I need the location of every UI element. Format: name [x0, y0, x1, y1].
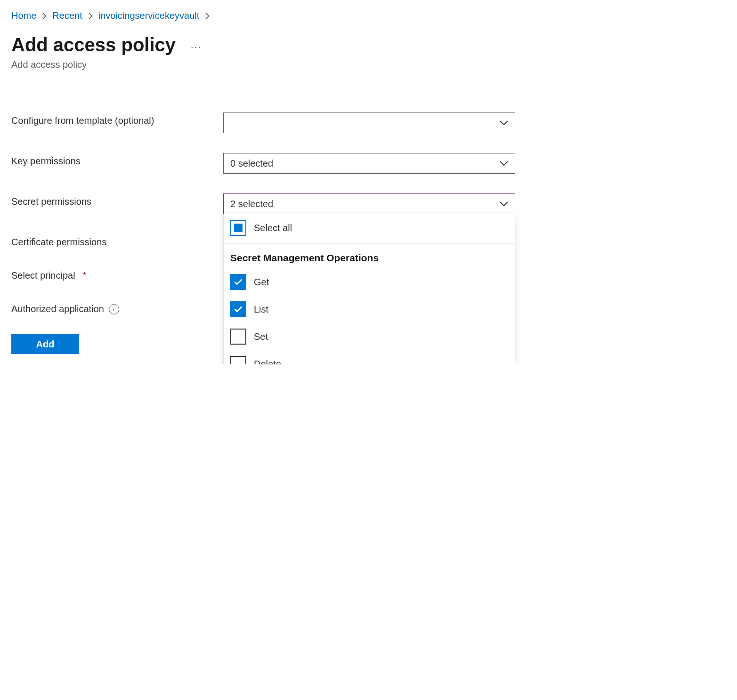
key-permissions-label: Key permissions: [11, 153, 223, 167]
key-permissions-select[interactable]: 0 selected: [223, 153, 515, 174]
checkbox-indeterminate-icon: [230, 220, 246, 236]
breadcrumb-resource[interactable]: invoicingservicekeyvault: [98, 10, 200, 21]
option-delete[interactable]: Delete: [224, 350, 515, 364]
chevron-down-icon: [500, 161, 508, 166]
more-actions-button[interactable]: ···: [191, 41, 202, 52]
option-label: Get: [254, 277, 269, 288]
checkbox-checked-icon: [230, 301, 246, 317]
checkbox-unchecked-icon: [230, 329, 246, 345]
add-button[interactable]: Add: [11, 334, 79, 354]
option-set[interactable]: Set: [224, 323, 515, 350]
chevron-right-icon: [88, 12, 93, 20]
breadcrumb-recent[interactable]: Recent: [52, 10, 82, 21]
secret-permissions-value: 2 selected: [230, 199, 273, 209]
certificate-permissions-label: Certificate permissions: [11, 234, 223, 248]
option-get[interactable]: Get: [224, 268, 515, 296]
breadcrumb: Home Recent invoicingservicekeyvault: [11, 10, 726, 21]
option-label: Delete: [254, 359, 281, 365]
option-label: List: [254, 304, 268, 315]
required-indicator: *: [83, 270, 87, 281]
key-permissions-value: 0 selected: [230, 158, 273, 169]
checkbox-checked-icon: [230, 274, 246, 290]
chevron-down-icon: [500, 201, 508, 207]
select-principal-label: Select principal*: [11, 267, 223, 281]
chevron-right-icon: [42, 12, 47, 20]
option-list[interactable]: List: [224, 296, 515, 323]
option-group-heading: Secret Management Operations: [224, 252, 515, 268]
page-subtitle: Add access policy: [11, 59, 726, 70]
secret-permissions-dropdown: Select all Secret Management Operations …: [223, 214, 515, 364]
page-title: Add access policy: [11, 34, 176, 56]
select-all-label: Select all: [254, 223, 292, 233]
secret-permissions-select[interactable]: 2 selected: [223, 193, 515, 214]
select-all-option[interactable]: Select all: [224, 214, 515, 241]
info-icon[interactable]: i: [109, 304, 119, 314]
chevron-down-icon: [500, 120, 508, 126]
checkbox-unchecked-icon: [230, 356, 246, 364]
configure-template-select[interactable]: [223, 113, 515, 133]
authorized-application-label: Authorized application i: [11, 301, 223, 314]
secret-permissions-label: Secret permissions: [11, 193, 223, 207]
breadcrumb-home[interactable]: Home: [11, 10, 36, 21]
configure-template-label: Configure from template (optional): [11, 113, 223, 126]
chevron-right-icon: [205, 12, 210, 20]
option-label: Set: [254, 331, 268, 342]
